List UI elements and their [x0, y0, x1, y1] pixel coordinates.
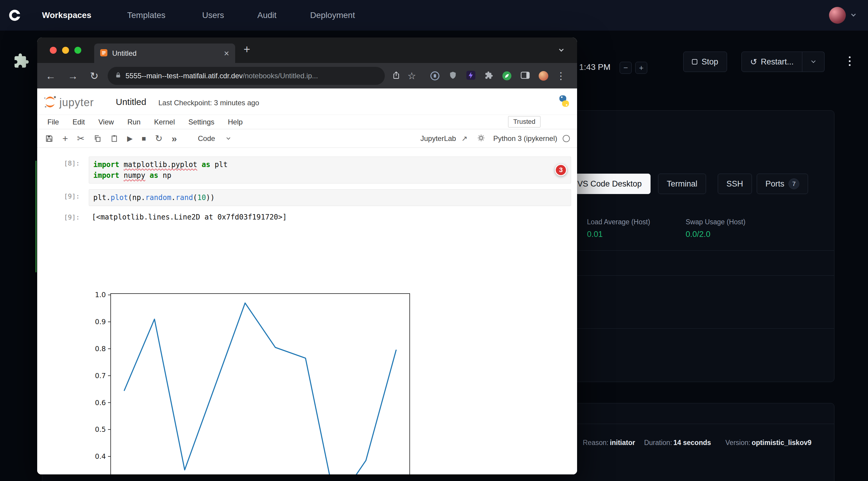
version-label: Version: [725, 439, 750, 447]
onepassword-extension-icon[interactable] [430, 71, 439, 81]
interrupt-kernel-button[interactable]: ■ [142, 135, 146, 142]
bookmark-star-icon[interactable]: ☆ [408, 71, 416, 81]
svg-text:0.7: 0.7 [95, 372, 106, 380]
code-cell-9[interactable]: plt.plot(np.random.rand(10)) [89, 189, 571, 206]
load-average-value: 0.01 [587, 230, 650, 239]
trusted-button[interactable]: Trusted [508, 116, 540, 127]
run-all-cells-button[interactable]: » [172, 134, 177, 143]
tab-search-chevron-icon[interactable] [559, 47, 564, 52]
side-panel-icon[interactable] [521, 72, 530, 80]
forward-button[interactable]: → [68, 71, 78, 81]
reason-label: Reason: [583, 439, 609, 447]
menu-edit[interactable]: Edit [72, 118, 85, 126]
back-button[interactable]: ← [45, 71, 56, 81]
restart-workspace-button[interactable]: ↺ Restart... [741, 52, 802, 72]
nav-item-templates[interactable]: Templates [127, 10, 165, 20]
share-icon[interactable] [392, 71, 400, 81]
vscode-desktop-button[interactable]: VS Code Desktop [569, 173, 651, 194]
run-cell-button[interactable]: ▶ [127, 135, 132, 142]
jupyter-menubar: File Edit View Run Kernel Settings Help … [37, 115, 577, 129]
user-avatar[interactable] [829, 7, 846, 24]
code-token: rand [176, 193, 193, 202]
external-link-icon[interactable]: ↗ [461, 134, 467, 143]
duration-label: Duration: [644, 439, 672, 447]
svg-text:0.4: 0.4 [95, 452, 106, 460]
cell-type-dropdown[interactable]: Code [198, 134, 230, 143]
ports-label: Ports [766, 179, 784, 189]
code-token: np [162, 171, 171, 180]
menu-file[interactable]: File [48, 118, 59, 126]
svg-text:1.0: 1.0 [95, 291, 106, 299]
puzzle-icon [13, 53, 29, 70]
browser-tab[interactable]: Untitled × [94, 43, 235, 63]
new-tab-button[interactable]: + [244, 43, 250, 56]
cut-cell-button[interactable]: ✂ [77, 134, 85, 143]
nav-item-audit[interactable]: Audit [257, 10, 277, 20]
gear-icon[interactable] [477, 134, 485, 143]
stop-workspace-button[interactable]: Stop [683, 52, 727, 72]
minimize-window-button[interactable] [62, 47, 69, 54]
url-domain: 5555--main--test--matifali.atif.cdr.dev [126, 72, 243, 80]
menu-settings[interactable]: Settings [188, 118, 214, 126]
nav-item-deployment[interactable]: Deployment [310, 10, 355, 20]
close-tab-icon[interactable]: × [224, 48, 229, 59]
menu-help[interactable]: Help [228, 118, 243, 126]
load-average-metric: Load Average (Host) 0.01 [587, 218, 650, 239]
cell-type-chevron-icon [226, 136, 230, 140]
code-token: import [93, 171, 124, 180]
code-token: as [197, 160, 215, 169]
browser-kebab-menu[interactable]: ⋮ [556, 70, 566, 82]
copy-cell-button[interactable] [94, 135, 101, 142]
user-menu-chevron-icon[interactable] [851, 12, 856, 17]
shield-extension-icon[interactable] [449, 71, 457, 81]
maximize-window-button[interactable] [74, 47, 81, 54]
nav-item-workspaces[interactable]: Workspaces [42, 10, 91, 20]
cell-output-text: [<matplotlib.lines.Line2D at 0x7fd03f191… [92, 213, 287, 221]
save-button[interactable] [45, 134, 53, 143]
code-token: . [171, 193, 176, 202]
python-logo [558, 94, 571, 109]
jupyter-header: jupyter Untitled Last Checkpoint: 3 minu… [37, 89, 577, 115]
browser-window: Untitled × + ← → ↻ 5555--main--test--mat… [37, 37, 577, 474]
ssh-button[interactable]: SSH [718, 173, 752, 194]
zoom-in-button[interactable]: + [635, 62, 647, 74]
lock-icon [115, 72, 121, 80]
jupyter-notebook: jupyter Untitled Last Checkpoint: 3 minu… [37, 89, 577, 474]
code-cell-8[interactable]: import matplotlib.pyplot as pltimport nu… [89, 157, 571, 184]
kernel-name[interactable]: Python 3 (ipykernel) [493, 134, 557, 143]
extensions-puzzle-icon[interactable] [485, 71, 493, 81]
restart-options-chevron[interactable] [802, 52, 825, 72]
svg-text:0.8: 0.8 [95, 345, 106, 353]
bolt-extension-icon[interactable] [466, 71, 475, 81]
menu-view[interactable]: View [98, 118, 114, 126]
close-window-button[interactable] [50, 47, 57, 54]
add-cell-button[interactable]: + [62, 134, 68, 143]
jupyter-logo [43, 95, 57, 110]
notebook-cells-area: [8]: import matplotlib.pyplot as pltimpo… [37, 148, 577, 474]
workspace-kebab-menu[interactable] [849, 55, 850, 67]
ports-button[interactable]: Ports 7 [757, 173, 808, 194]
leaf-extension-icon[interactable] [502, 71, 512, 81]
code-token: 10 [197, 193, 206, 202]
code-token: random [145, 193, 171, 202]
vscode-desktop-label: VS Code Desktop [577, 179, 642, 189]
paste-cell-button[interactable] [111, 135, 118, 142]
terminal-button[interactable]: Terminal [658, 173, 706, 194]
notebook-title[interactable]: Untitled [116, 97, 146, 107]
jupyterlab-link[interactable]: JupyterLab [421, 134, 456, 143]
address-bar[interactable]: 5555--main--test--matifali.atif.cdr.dev/… [108, 67, 385, 85]
nav-item-users[interactable]: Users [202, 10, 224, 20]
menu-run[interactable]: Run [127, 118, 141, 126]
zoom-out-button[interactable]: − [620, 62, 632, 74]
reload-button[interactable]: ↻ [90, 71, 99, 81]
code-token: )) [206, 193, 215, 202]
code-token: as [145, 171, 162, 180]
menu-kernel[interactable]: Kernel [154, 118, 175, 126]
tab-title: Untitled [112, 49, 136, 58]
browser-profile-avatar[interactable] [539, 71, 548, 81]
input-prompt-9: [9]: [53, 193, 80, 200]
restart-kernel-button[interactable]: ↻ [155, 134, 162, 143]
jupyter-toolbar: + ✂ ▶ ■ ↻ » Code JupyterLab ↗ Py [37, 129, 577, 148]
version-value: optimistic_liskov9 [752, 439, 811, 447]
code-token: plt [215, 160, 228, 169]
